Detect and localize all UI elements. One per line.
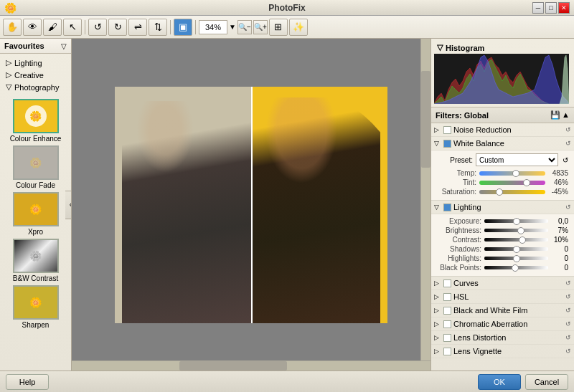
sidebar-collapse-button[interactable]: ‹ <box>65 191 72 219</box>
brush-tool-button[interactable]: 🖌 <box>43 19 62 36</box>
wb-saturation-thumb[interactable] <box>496 188 503 196</box>
highlights-track[interactable] <box>484 257 548 260</box>
curves-checkbox[interactable] <box>443 279 451 287</box>
chromatic-checkbox[interactable] <box>443 320 451 328</box>
wb-preset-select[interactable]: Custom Auto Daylight Cloudy Shade Tungst… <box>476 153 558 166</box>
lens-vignette-reset[interactable]: ↺ <box>565 348 571 355</box>
ok-button[interactable]: OK <box>478 374 521 390</box>
wand-button[interactable]: ✨ <box>289 19 308 36</box>
preset-xpro[interactable]: 🌼 Xpro <box>3 192 68 236</box>
zoom-fit-button[interactable]: ⊞ <box>269 19 288 36</box>
noise-reduction-expand[interactable]: ▷ <box>434 126 441 133</box>
lens-vignette-expand[interactable]: ▷ <box>434 348 441 355</box>
filter-row-lighting[interactable]: ▽ Lighting ↺ <box>431 201 574 214</box>
filter-row-bw-film[interactable]: ▷ Black and White Film ↺ <box>431 304 574 317</box>
hsl-checkbox[interactable] <box>443 293 451 301</box>
frame-button[interactable]: ▣ <box>174 19 192 36</box>
split-line[interactable] <box>251 87 253 323</box>
vertical-scrollbar[interactable] <box>420 39 430 360</box>
lighting-expand[interactable]: ▽ <box>434 204 441 211</box>
cancel-button[interactable]: Cancel <box>525 374 568 390</box>
chromatic-expand[interactable]: ▷ <box>434 320 441 328</box>
lighting-checkbox[interactable] <box>443 204 451 211</box>
shadows-track[interactable] <box>484 247 548 251</box>
bw-film-reset[interactable]: ↺ <box>565 307 571 314</box>
eye-tool-button[interactable]: 👁 <box>23 19 42 36</box>
hsl-reset[interactable]: ↺ <box>565 293 571 300</box>
noise-reduction-checkbox[interactable] <box>443 126 451 134</box>
wb-tint-thumb[interactable] <box>523 179 530 186</box>
chromatic-reset[interactable]: ↺ <box>565 320 571 328</box>
canvas-area[interactable] <box>72 39 430 371</box>
lens-distortion-reset[interactable]: ↺ <box>565 334 571 341</box>
contrast-thumb[interactable] <box>519 236 526 244</box>
lighting-reset[interactable]: ↺ <box>565 204 571 211</box>
filters-save-icon[interactable]: 💾 <box>550 110 560 120</box>
exposure-thumb[interactable] <box>513 218 520 225</box>
flip-v-button[interactable]: ⇅ <box>149 19 167 36</box>
brightness-thumb[interactable] <box>517 227 524 234</box>
histogram-canvas <box>434 54 569 104</box>
hand-tool-button[interactable]: ✋ <box>3 19 22 36</box>
white-balance-reset[interactable]: ↺ <box>565 140 571 147</box>
sidebar-header: Favourites ▽ <box>0 39 71 54</box>
wb-saturation-track[interactable] <box>479 190 545 194</box>
sidebar-item-creative[interactable]: ▷ Creative <box>0 69 71 81</box>
curves-reset[interactable]: ↺ <box>565 279 571 287</box>
bw-film-expand[interactable]: ▷ <box>434 307 441 314</box>
shadows-thumb[interactable] <box>513 246 520 253</box>
sidebar-filter-button[interactable]: ▽ <box>61 42 67 50</box>
white-balance-checkbox[interactable] <box>443 140 451 148</box>
histogram-collapse-icon[interactable]: ▽ <box>437 43 443 52</box>
filter-row-hsl[interactable]: ▷ HSL ↺ <box>431 290 574 304</box>
flip-h-button[interactable]: ⇌ <box>128 19 147 36</box>
horizontal-scrollbar[interactable] <box>72 360 430 371</box>
preset-bw-contrast[interactable]: 🌼 B&W Contrast <box>3 239 68 282</box>
bw-film-checkbox[interactable] <box>443 307 451 315</box>
preset-label-bw-contrast: B&W Contrast <box>13 274 58 282</box>
lens-vignette-checkbox[interactable] <box>443 348 451 355</box>
white-balance-expand[interactable]: ▽ <box>434 140 441 147</box>
wb-temp-track[interactable] <box>479 171 545 176</box>
black-points-thumb[interactable] <box>512 264 519 272</box>
exposure-value: 0,0 <box>551 217 568 225</box>
zoom-out-button[interactable]: 🔍− <box>237 20 252 34</box>
sidebar-item-lighting[interactable]: ▷ Lighting <box>0 57 71 69</box>
black-points-track[interactable] <box>484 266 548 269</box>
zoom-input[interactable]: 34% <box>199 20 227 34</box>
hsl-expand[interactable]: ▷ <box>434 293 441 300</box>
wb-temp-thumb[interactable] <box>512 170 519 177</box>
zoom-in-button[interactable]: 🔍+ <box>253 20 268 34</box>
filter-row-curves[interactable]: ▷ Curves ↺ <box>431 277 574 290</box>
filter-row-lens-vignette[interactable]: ▷ Lens Vignette ↺ <box>431 345 574 358</box>
highlights-thumb[interactable] <box>513 255 520 262</box>
rotate-left-button[interactable]: ↺ <box>88 19 107 36</box>
sidebar-lighting-label: Lighting <box>14 59 42 67</box>
contrast-track[interactable] <box>484 238 548 242</box>
zoom-dropdown-arrow[interactable]: ▼ <box>229 23 236 31</box>
filter-row-white-balance[interactable]: ▽ White Balance ↺ <box>431 137 574 150</box>
preset-colour-fade[interactable]: 🌼 Colour Fade <box>3 145 68 189</box>
wb-preset-reset[interactable]: ↺ <box>563 156 568 164</box>
wb-saturation-value: -45% <box>548 188 568 196</box>
preset-sharpen[interactable]: 🌼 Sharpen <box>3 285 68 329</box>
lens-distortion-checkbox[interactable] <box>443 334 451 342</box>
noise-reduction-reset[interactable]: ↺ <box>565 126 571 133</box>
brightness-track[interactable] <box>484 229 548 232</box>
wb-tint-track[interactable] <box>479 181 545 185</box>
lens-distortion-expand[interactable]: ▷ <box>434 334 441 341</box>
sidebar-item-photography[interactable]: ▽ Photography <box>0 81 71 93</box>
exposure-track[interactable] <box>484 219 548 223</box>
filter-row-lens-distortion[interactable]: ▷ Lens Distortion ↺ <box>431 331 574 345</box>
toolbar-separator-2 <box>170 20 171 34</box>
arrow-tool-button[interactable]: ↖ <box>63 19 82 36</box>
rotate-right-button[interactable]: ↻ <box>108 19 127 36</box>
filter-row-chromatic[interactable]: ▷ Chromatic Aberration ↺ <box>431 317 574 331</box>
filter-row-noise-reduction[interactable]: ▷ Noise Reduction ↺ <box>431 123 574 137</box>
help-button[interactable]: Help <box>6 374 49 390</box>
sidebar-title: Favourites <box>4 42 44 50</box>
filters-up-icon[interactable]: ▲ <box>562 110 570 120</box>
preset-colour-enhance[interactable]: 🌼 Colour Enhance <box>3 99 68 143</box>
curves-expand[interactable]: ▷ <box>434 279 441 287</box>
toolbar: ✋ 👁 🖌 ↖ ↺ ↻ ⇌ ⇅ ▣ 34% ▼ 🔍− 🔍+ ⊞ ✨ <box>0 16 574 39</box>
